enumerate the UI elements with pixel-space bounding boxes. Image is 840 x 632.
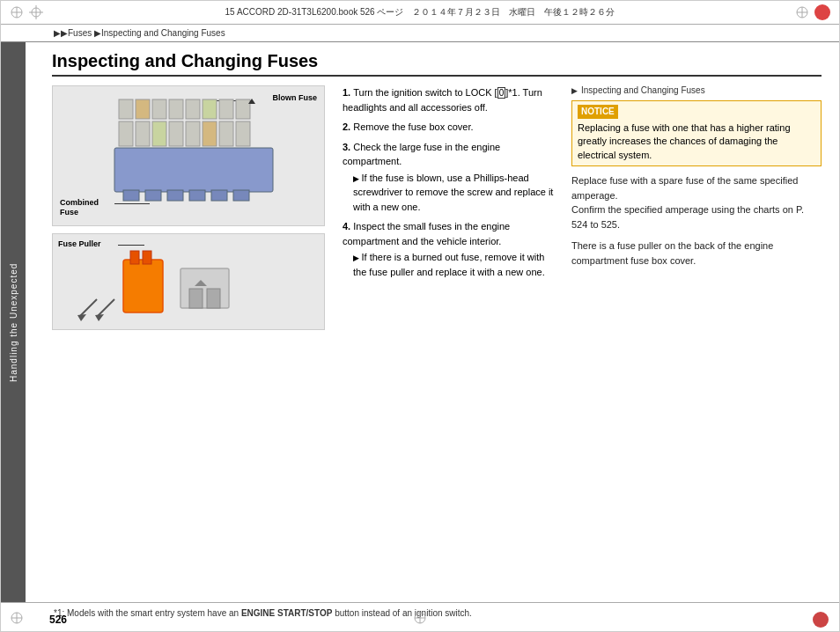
step-1-num: 1. (343, 87, 353, 98)
notice-text: Replacing a fuse with one that has a hig… (578, 121, 815, 162)
svg-rect-23 (236, 121, 250, 146)
sidebar-label: Handling the Unexpected (9, 262, 18, 381)
svg-rect-29 (203, 99, 217, 119)
svg-rect-36 (123, 260, 163, 312)
step-4-sub: If there is a burned out fuse, remove it… (343, 250, 554, 279)
svg-rect-28 (186, 99, 200, 119)
svg-rect-16 (119, 121, 133, 146)
crosshair-tl (29, 5, 43, 19)
fuse-diagram: Blown Fuse (52, 85, 325, 226)
svg-rect-10 (123, 190, 139, 201)
left-column: Blown Fuse (52, 85, 325, 330)
svg-rect-39 (181, 268, 229, 308)
svg-rect-38 (143, 251, 151, 264)
svg-rect-41 (207, 289, 220, 308)
step-1-text: Turn the ignition switch to LOCK [0]*1. … (343, 87, 542, 113)
step-2: 2. Remove the fuse box cover. (343, 120, 554, 135)
reg-mark-tr (795, 5, 809, 19)
svg-rect-25 (136, 99, 150, 119)
reg-mark-tl (10, 5, 24, 19)
svg-rect-27 (169, 99, 183, 119)
combined-fuse-line (114, 203, 150, 204)
right-para2: There is a fuse puller on the back of th… (571, 239, 822, 268)
page: 15 ACCORD 2D-31T3L6200.book 526 ページ ２０１４… (0, 0, 840, 632)
breadcrumb: ▶▶Fuses ▶Inspecting and Changing Fuses (1, 25, 839, 42)
two-col-layout: Blown Fuse (52, 85, 822, 330)
step-3: 3. Check the large fuse in the engine co… (343, 140, 554, 215)
combined-fuse-label: CombinedFuse (60, 198, 99, 218)
svg-line-32 (79, 299, 97, 317)
svg-rect-24 (119, 99, 133, 119)
step-1: 1. Turn the ignition switch to LOCK [0]*… (343, 85, 554, 114)
svg-rect-30 (219, 99, 233, 119)
notice-box: NOTICE Replacing a fuse with one that ha… (571, 100, 822, 166)
step-2-text: Remove the fuse box cover. (353, 121, 473, 132)
svg-rect-40 (189, 289, 203, 308)
svg-rect-26 (152, 99, 166, 119)
svg-line-34 (97, 299, 114, 317)
svg-rect-13 (189, 190, 205, 201)
diagram-inner: Blown Fuse (53, 86, 324, 225)
blown-fuse-arrow (248, 99, 255, 104)
svg-rect-18 (152, 121, 166, 146)
page-title: Inspecting and Changing Fuses (52, 51, 822, 77)
step-2-num: 2. (343, 121, 353, 132)
step-3-text: Check the large fuse in the engine compa… (343, 142, 500, 167)
content-body: Inspecting and Changing Fuses Blown Fuse (26, 42, 839, 602)
reg-mark-bl (10, 611, 24, 628)
sidebar: Handling the Unexpected (1, 42, 26, 602)
step-3-sub: If the fuse is blown, use a Phillips-hea… (343, 171, 554, 215)
svg-marker-35 (95, 314, 104, 321)
svg-rect-19 (169, 121, 183, 146)
main-content: Handling the Unexpected Inspecting and C… (1, 42, 839, 602)
svg-rect-22 (219, 121, 233, 146)
step-3-num: 3. (343, 142, 353, 152)
right-para1: Replace fuse with a spare fuse of the sa… (571, 173, 822, 231)
fuse-box-svg (97, 95, 291, 209)
svg-rect-21 (203, 121, 217, 146)
svg-marker-33 (77, 314, 86, 321)
step-4-text: Inspect the small fuses in the engine co… (343, 221, 510, 246)
svg-rect-15 (233, 190, 249, 201)
svg-rect-20 (186, 121, 200, 146)
steps-list: 1. Turn the ignition switch to LOCK [0]*… (343, 85, 554, 279)
svg-rect-17 (136, 121, 150, 146)
notice-label: NOTICE (578, 105, 618, 119)
svg-rect-9 (114, 148, 273, 192)
right-column: Inspecting and Changing Fuses NOTICE Rep… (571, 85, 822, 330)
top-bar: 15 ACCORD 2D-31T3L6200.book 526 ページ ２０１４… (1, 1, 839, 25)
fuse-puller-svg (70, 238, 282, 326)
svg-rect-14 (211, 190, 227, 201)
step-4: 4. Inspect the small fuses in the engine… (343, 219, 554, 279)
step-4-num: 4. (343, 221, 353, 231)
fuse-puller-diagram: Fuse Puller (52, 233, 325, 330)
page-number: 526 (49, 614, 67, 626)
metadata-text: 15 ACCORD 2D-31T3L6200.book 526 ページ ２０１４… (225, 6, 615, 18)
svg-rect-37 (130, 251, 139, 264)
svg-rect-11 (145, 190, 161, 201)
svg-rect-12 (167, 190, 183, 201)
reg-mark-br (813, 612, 829, 628)
reg-mark-bottom (413, 611, 427, 628)
footnote-text: *1: Models with the smart entry system h… (54, 608, 472, 618)
right-header: Inspecting and Changing Fuses (571, 85, 822, 95)
instructions-column: 1. Turn the ignition switch to LOCK [0]*… (343, 85, 554, 330)
